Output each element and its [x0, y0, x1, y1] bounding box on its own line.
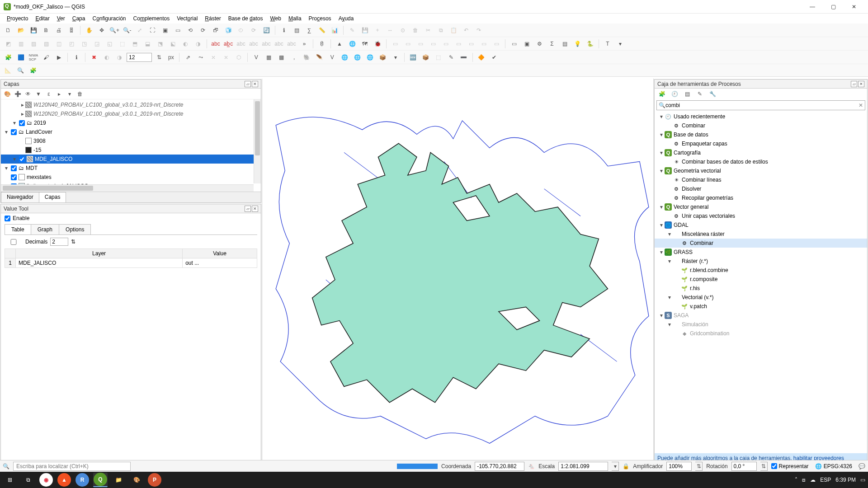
processing-item[interactable]: ▾Ráster (r.*) [655, 257, 867, 266]
add-postgis-icon[interactable]: 🐘 [302, 52, 312, 63]
layer-row[interactable]: -15 [1, 145, 261, 155]
zoom-in-icon[interactable]: 🔍+ [109, 25, 120, 36]
scp-icon[interactable]: 🧩 [3, 52, 14, 63]
new-3dview-icon[interactable]: 🧊 [223, 25, 234, 36]
rot-input[interactable] [731, 462, 757, 471]
histogram-icon[interactable]: ▤ [559, 38, 570, 49]
plugin-icon[interactable]: 🧩 [28, 66, 38, 75]
select-icon[interactable]: ▭ [478, 38, 489, 49]
select-icon[interactable]: ▭ [453, 38, 464, 49]
expression-icon[interactable]: ε [44, 89, 53, 99]
select-icon[interactable]: ▭ [402, 38, 413, 49]
processing-item[interactable]: ▾🕘Usado recientemente [655, 112, 867, 121]
tool-generic-icon[interactable]: ▧ [41, 38, 52, 49]
tab-graph[interactable]: Graph [31, 224, 59, 235]
label-tool-icon[interactable]: abc [261, 38, 272, 49]
delete-selected-icon[interactable]: 🗑 [410, 25, 421, 36]
undo-icon[interactable]: ↶ [461, 25, 472, 36]
processing-item[interactable]: ⚙Combinar [655, 239, 867, 248]
processing-item[interactable]: 🌱r.his [655, 284, 867, 293]
add-group-icon[interactable]: ➕ [13, 89, 22, 99]
layer-row[interactable]: ▾MDE_JALISCO [1, 155, 261, 164]
menu-basedatos[interactable]: Base de datos [225, 14, 266, 23]
processing-item[interactable]: 🌱r.composite [655, 275, 867, 284]
label-tool-icon[interactable]: abc [236, 38, 246, 49]
menu-web[interactable]: Web [267, 14, 284, 23]
menu-proyecto[interactable]: Proyecto [4, 14, 31, 23]
tab-table[interactable]: Table [5, 224, 31, 235]
powerpoint-icon[interactable]: P [147, 473, 162, 487]
select-icon[interactable]: ▭ [428, 38, 439, 49]
move-feature-icon[interactable]: ↔ [385, 25, 396, 36]
menu-complementos[interactable]: Complementos [130, 14, 173, 23]
amp-input[interactable] [666, 462, 692, 471]
label-tool-icon[interactable]: abc [274, 38, 284, 49]
crs-button[interactable]: 🌐 EPSG:4326 [812, 463, 855, 469]
style-icon[interactable]: ◑ [114, 52, 125, 63]
edit-toggle-icon[interactable]: ✎ [347, 25, 358, 36]
menu-editar[interactable]: Editar [32, 14, 52, 23]
select-icon[interactable]: ▭ [415, 38, 426, 49]
add-spatialite-icon[interactable]: 🪶 [314, 52, 325, 63]
visibility-icon[interactable]: 👁 [24, 89, 33, 99]
processing-item[interactable]: ▾🌿GRASS [655, 248, 867, 257]
layer-row[interactable]: ▾🗂MDT [1, 164, 261, 173]
copy-icon[interactable]: ⧉ [435, 25, 446, 36]
scp-dock-icon[interactable]: 🟦 [15, 52, 26, 63]
tool-generic-icon[interactable]: ◑ [193, 38, 203, 49]
new-scratch-icon[interactable]: ✎ [446, 52, 457, 63]
python-console-icon[interactable]: 🐍 [585, 38, 595, 49]
vector-tool-icon[interactable]: ⤫ [208, 52, 219, 63]
stats-sum-icon[interactable]: Σ [547, 38, 557, 49]
value-tool-icon[interactable]: ℹ [71, 52, 82, 63]
brave-icon[interactable]: ▲ [57, 473, 71, 487]
expander-icon[interactable]: ▾ [658, 131, 665, 138]
layer-row[interactable]: ▸W120N20_PROBAV_LC100_global_v3.0.1_2019… [1, 109, 261, 118]
processing-item[interactable]: ✳Combinar bases de datos de estilos [655, 157, 867, 166]
processing-tree[interactable]: ▾🕘Usado recientemente⚙Combinar▾QBase de … [655, 111, 867, 453]
vector-tool-icon[interactable]: ⇗ [183, 52, 193, 63]
processing-item[interactable]: 🌱v.patch [655, 302, 867, 311]
layer-visibility-checkbox[interactable] [11, 129, 17, 135]
vector-tool-icon[interactable]: ⬡ [233, 52, 244, 63]
spinner-icon[interactable]: ⇅ [71, 239, 75, 245]
tray-chevron-icon[interactable]: ˄ [795, 477, 797, 483]
processing-item[interactable]: ▾QVector general [655, 202, 867, 211]
zoom-selection-icon[interactable]: ▣ [160, 25, 170, 36]
history-icon[interactable]: 🕘 [669, 89, 680, 99]
tab-navegador[interactable]: Navegador [1, 192, 39, 202]
scp-paint-icon[interactable]: 🖌 [41, 52, 52, 63]
onedrive-icon[interactable]: ☁ [810, 477, 816, 483]
label-settings-icon[interactable]: ab̲c [223, 38, 234, 49]
expander-icon[interactable]: ▸ [20, 102, 25, 108]
start-button[interactable]: ⊞ [3, 473, 17, 487]
enable-checkbox-label[interactable]: Enable [5, 215, 257, 221]
menu-malla[interactable]: Malla [285, 14, 305, 23]
processing-item[interactable]: ✳Combinar líneas [655, 175, 867, 184]
delete-layer-icon[interactable]: ✖ [89, 52, 99, 63]
expander-icon[interactable]: ▾ [658, 150, 665, 156]
topology-checker-icon[interactable]: 🔶 [476, 52, 487, 63]
expander-icon[interactable]: ▾ [666, 321, 673, 328]
zoom-layer-icon[interactable]: ▭ [172, 25, 183, 36]
tool-generic-icon[interactable]: ◳ [79, 38, 90, 49]
tool-generic-icon[interactable]: ⬕ [167, 38, 178, 49]
zoom-last-icon[interactable]: ⟲ [185, 25, 196, 36]
menu-capa[interactable]: Capa [69, 14, 89, 23]
processing-item[interactable]: ◆Gridcombination [655, 329, 867, 338]
processing-item[interactable]: ⚙Unir capas vectoriales [655, 211, 867, 221]
redo-icon[interactable]: ↷ [473, 25, 484, 36]
quick-osm-icon[interactable]: 🔍 [15, 66, 25, 75]
model-designer-icon[interactable]: 🧩 [656, 89, 667, 99]
zoom-out-icon[interactable]: 🔍- [122, 25, 132, 36]
lock-icon[interactable]: 🔒 [623, 463, 629, 469]
tool-generic-icon[interactable]: ▨ [28, 38, 39, 49]
statistics-icon[interactable]: 📊 [329, 25, 340, 36]
tab-options[interactable]: Options [59, 224, 91, 235]
select-icon[interactable]: ▭ [466, 38, 476, 49]
tool-generic-icon[interactable]: ⬔ [155, 38, 165, 49]
add-virtual-icon[interactable]: V [327, 52, 338, 63]
clock[interactable]: 6:39 PM [835, 477, 856, 483]
amp-spinner[interactable]: ⇅ [695, 462, 703, 471]
expander-icon[interactable]: ▾ [4, 165, 9, 171]
